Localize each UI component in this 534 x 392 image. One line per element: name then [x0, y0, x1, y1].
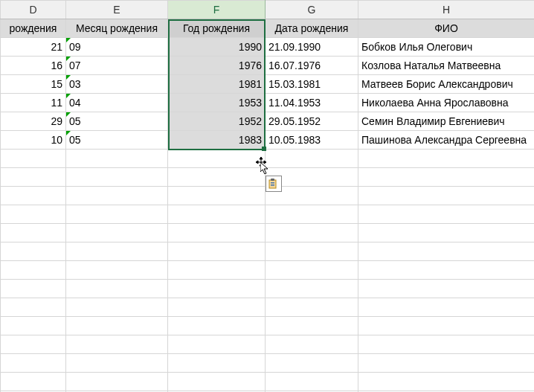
col-header-h[interactable]: H [358, 1, 535, 19]
cell-g[interactable]: 16.07.1976 [266, 57, 358, 75]
table-row [1, 150, 535, 168]
header-f[interactable]: Год рождения [168, 19, 266, 38]
column-header-row: D E F G H [1, 1, 535, 19]
cell-f[interactable]: 1990 [168, 38, 266, 57]
cell-d[interactable]: 16 [1, 57, 66, 75]
col-header-d[interactable]: D [1, 1, 66, 19]
cell-e[interactable]: 05 [66, 112, 168, 131]
svg-rect-8 [271, 179, 274, 181]
paste-options-icon [268, 178, 280, 190]
header-g[interactable]: Дата рождения [266, 19, 358, 38]
svg-rect-11 [271, 185, 274, 186]
table-row: 15 03 1981 15.03.1981 Матвеев Борис Алек… [1, 75, 535, 94]
cell-g[interactable]: 11.04.1953 [266, 94, 358, 112]
col-header-g[interactable]: G [266, 1, 358, 19]
cell-e[interactable]: 03 [66, 75, 168, 94]
col-header-e[interactable]: E [66, 1, 168, 19]
cell-e[interactable]: 05 [66, 131, 168, 150]
cell-g[interactable]: 15.03.1981 [266, 75, 358, 94]
cell-h[interactable]: Бобков Илья Олегович [358, 38, 535, 57]
cell-f[interactable]: 1976 [168, 57, 266, 75]
table-row: 29 05 1952 29.05.1952 Семин Владимир Евг… [1, 112, 535, 131]
cell-d[interactable]: 11 [1, 94, 66, 112]
cell-e[interactable]: 07 [66, 57, 168, 75]
table-row: 10 05 1983 10.05.1983 Пашинова Александр… [1, 131, 535, 150]
cell-d[interactable]: 21 [1, 38, 66, 57]
cell-e[interactable] [66, 150, 168, 168]
cell-h[interactable]: Пашинова Александра Сергеевна [358, 131, 535, 150]
cell-g[interactable]: 21.09.1990 [266, 38, 358, 57]
table-row: 11 04 1953 11.04.1953 Николаева Анна Яро… [1, 94, 535, 112]
cell-d[interactable]: 29 [1, 112, 66, 131]
header-d[interactable]: рождения [1, 19, 66, 38]
cell-h[interactable] [358, 150, 535, 168]
paste-options-button[interactable] [266, 176, 282, 192]
spreadsheet-grid[interactable]: D E F G H рождения Месяц рождения Год ро… [0, 0, 534, 392]
table-row: 21 09 1990 21.09.1990 Бобков Илья Олегов… [1, 38, 535, 57]
cell-f[interactable]: 1953 [168, 94, 266, 112]
cell-f[interactable]: 1952 [168, 112, 266, 131]
cell-d[interactable]: 10 [1, 131, 66, 150]
cell-f[interactable]: 1983 [168, 131, 266, 150]
cell-e[interactable]: 09 [66, 38, 168, 57]
cell-g[interactable]: 10.05.1983 [266, 131, 358, 150]
cell-h[interactable]: Матвеев Борис Александрович [358, 75, 535, 94]
cell-d[interactable]: 15 [1, 75, 66, 94]
svg-rect-10 [271, 184, 274, 184]
cell-h[interactable]: Козлова Наталья Матвеевна [358, 57, 535, 75]
cell-h[interactable]: Николаева Анна Ярославовна [358, 94, 535, 112]
header-e[interactable]: Месяц рождения [66, 19, 168, 38]
cell-h[interactable]: Семин Владимир Евгениевич [358, 112, 535, 131]
cell-g[interactable]: 29.05.1952 [266, 112, 358, 131]
svg-rect-9 [271, 182, 274, 183]
cell-d[interactable] [1, 150, 66, 168]
cell-f[interactable] [168, 150, 266, 168]
data-header-row: рождения Месяц рождения Год рождения Дат… [1, 19, 535, 38]
table-row: 16 07 1976 16.07.1976 Козлова Наталья Ма… [1, 57, 535, 75]
col-header-f[interactable]: F [168, 1, 266, 19]
cell-f[interactable]: 1981 [168, 75, 266, 94]
cell-e[interactable]: 04 [66, 94, 168, 112]
header-h[interactable]: ФИО [358, 19, 535, 38]
cell-g[interactable] [266, 150, 358, 168]
